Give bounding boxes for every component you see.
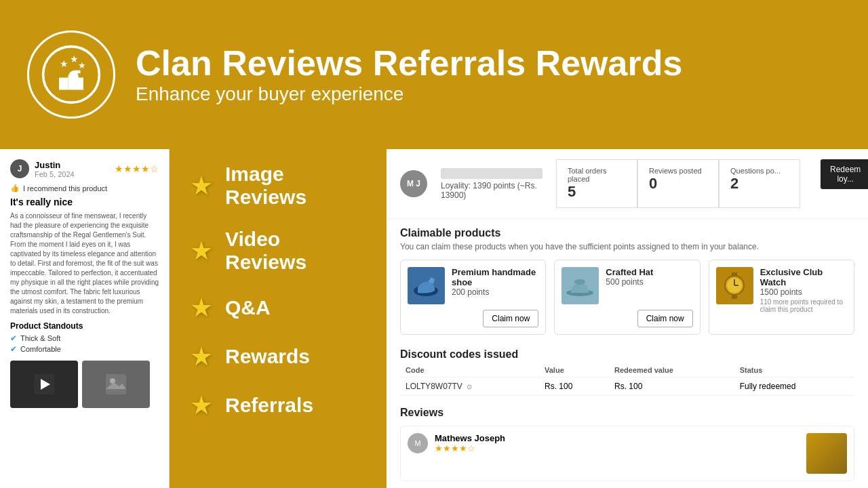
standout-label-2: Comfortable (20, 345, 61, 353)
dashboard-header: M J Loyality: 1390 points (~Rs. 13900) T… (387, 149, 868, 219)
image-bg (82, 361, 150, 408)
product-image-watch (716, 267, 753, 304)
product-name-watch: Exclusive Club Watch (760, 267, 847, 287)
feature-rewards: ★ Rewards (190, 342, 366, 371)
discount-row: LOLTY8W07TV ⊙ Rs. 100 Rs. 100 Fully rede… (400, 378, 854, 396)
star-icon-2: ★ (190, 236, 213, 266)
feature-label-5: Referrals (225, 394, 313, 417)
redeem-button[interactable]: Redeem loy... (821, 159, 868, 189)
product-points-shoe: 200 points (452, 287, 538, 297)
review-stars: ★★★★☆ (115, 163, 159, 174)
feature-video-reviews: ★ Video Reviews (190, 228, 366, 274)
product-card-watch: Exclusive Club Watch 1500 points 110 mor… (709, 260, 854, 335)
product-image-shoe (408, 267, 445, 304)
hat-svg (561, 267, 599, 304)
app-logo: ★ ★ ★ (27, 30, 115, 119)
reviewer-avatar-dash: M (408, 433, 428, 453)
review-card: J Justin Feb 5, 2024 ★★★★☆ 👍 I recommend… (0, 149, 170, 488)
video-thumbnail[interactable] (10, 361, 78, 408)
app-title: Clan Reviews Referrals Rewards (136, 44, 682, 83)
logo-icon: ★ ★ ★ (41, 44, 102, 105)
avatar: J (10, 159, 29, 178)
loyalty-text: Loyality: 1390 points (~Rs. 13900) (441, 181, 542, 200)
thumbs-up-icon: 👍 (10, 184, 20, 192)
standout-item-1: ✔ Thick & Soft (10, 333, 159, 343)
shoe-svg (408, 267, 445, 304)
check-icon-2: ✔ (10, 344, 17, 354)
discount-code: LOLTY8W07TV ⊙ (400, 378, 539, 396)
product-info-watch: Exclusive Club Watch 1500 points 110 mor… (760, 267, 847, 313)
reviews-section: Reviews M Mathews Joseph ★★★★☆ (400, 407, 854, 481)
product-top-watch: Exclusive Club Watch 1500 points 110 mor… (716, 267, 847, 313)
stat-questions: Questions po... 2 (719, 159, 800, 208)
svg-text:★: ★ (60, 58, 68, 69)
copy-icon[interactable]: ⊙ (467, 383, 472, 390)
col-code: Code (400, 363, 539, 378)
discount-status: Fully redeemed (734, 378, 854, 396)
stat-orders-label: Total orders placed (568, 167, 626, 183)
dashboard-body: Claimable products You can claim these p… (387, 219, 868, 488)
standout-item-2: ✔ Comfortable (10, 344, 159, 354)
reviewer-details-dash: Mathews Joseph ★★★★☆ (435, 433, 505, 453)
claim-button-shoe[interactable]: Claim now (483, 310, 538, 327)
standout-label-1: Thick & Soft (20, 334, 60, 342)
discount-table: Code Value Redeemed value Status LOLTY8W… (400, 363, 854, 396)
product-card-hat: Crafted Hat 500 points Claim now (554, 260, 700, 335)
stats-row: Total orders placed 5 Reviews posted 0 Q… (556, 159, 800, 208)
product-card-shoe: Premium handmade shoe 200 points Claim n… (400, 260, 546, 335)
review-card-dashboard: M Mathews Joseph ★★★★☆ (400, 426, 854, 481)
svg-text:★: ★ (70, 54, 79, 64)
svg-point-13 (574, 279, 585, 285)
product-name-shoe: Premium handmade shoe (452, 267, 538, 287)
star-icon-3: ★ (190, 293, 213, 323)
stat-reviews-value: 0 (649, 175, 707, 192)
discount-value: Rs. 100 (539, 378, 609, 396)
recommend-text: I recommend this product (23, 184, 107, 192)
stat-questions-label: Questions po... (730, 167, 789, 175)
col-redeemed: Redeemed value (609, 363, 734, 378)
reviewer-dash-stars: ★★★★☆ (435, 443, 505, 453)
video-icon (34, 374, 54, 394)
products-row: Premium handmade shoe 200 points Claim n… (400, 260, 854, 335)
stat-reviews: Reviews posted 0 (637, 159, 719, 208)
feature-referrals: ★ Referrals (190, 390, 366, 420)
reviews-title: Reviews (400, 407, 854, 419)
standouts-title: Product Standouts (10, 321, 159, 331)
claim-button-hat[interactable]: Claim now (637, 310, 693, 327)
check-icon-1: ✔ (10, 333, 17, 343)
user-name-placeholder (441, 168, 542, 179)
star-icon-5: ★ (190, 390, 213, 420)
feature-label-1: Image Reviews (225, 163, 366, 209)
features-panel: ★ Image Reviews ★ Video Reviews ★ Q&A ★ … (170, 149, 387, 488)
star-icon-4: ★ (190, 342, 213, 371)
claimable-title: Claimable products (400, 227, 854, 239)
product-info-shoe: Premium handmade shoe 200 points (452, 267, 538, 297)
media-row (10, 361, 159, 408)
stat-reviews-label: Reviews posted (649, 167, 707, 175)
main-content: J Justin Feb 5, 2024 ★★★★☆ 👍 I recommend… (0, 149, 868, 488)
watch-svg (716, 267, 753, 304)
feature-label-4: Rewards (225, 345, 310, 368)
review-body: As a connoisseur of fine menswear, I rec… (10, 211, 159, 316)
image-thumbnail[interactable] (82, 361, 150, 408)
feature-label-3: Q&A (225, 296, 271, 319)
product-name-hat: Crafted Hat (606, 267, 653, 277)
feature-qa: ★ Q&A (190, 293, 366, 323)
stat-orders: Total orders placed 5 (556, 159, 637, 208)
discount-redeemed: Rs. 100 (609, 378, 734, 396)
header-text: Clan Reviews Referrals Rewards Enhance y… (136, 44, 682, 104)
reviewer-header: J Justin Feb 5, 2024 ★★★★☆ (10, 159, 159, 178)
review-title: It's really nice (10, 197, 159, 207)
video-bg (10, 361, 78, 408)
product-points-hat: 500 points (606, 277, 653, 287)
svg-text:★: ★ (78, 61, 86, 70)
product-image-hat (561, 267, 599, 304)
feature-label-2: Video Reviews (225, 228, 366, 274)
discount-title: Discount codes issued (400, 348, 854, 361)
product-points-watch: 1500 points (760, 287, 847, 297)
reviewer-info: Justin Feb 5, 2024 (35, 160, 115, 178)
recommend-badge: 👍 I recommend this product (10, 184, 159, 192)
col-status: Status (734, 363, 854, 378)
user-avatar: M J (400, 170, 427, 197)
stat-questions-value: 2 (730, 175, 789, 192)
